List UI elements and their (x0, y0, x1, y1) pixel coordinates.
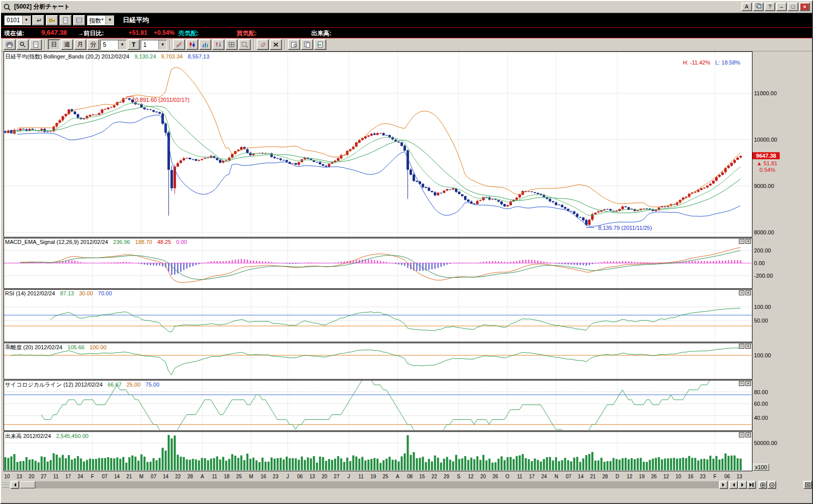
interval-value[interactable]: 5 (101, 40, 118, 49)
memo-button[interactable] (60, 15, 72, 26)
page-next-button[interactable] (738, 481, 747, 489)
chevron-down-icon[interactable]: ▼ (105, 16, 113, 25)
code-combobox[interactable]: 0101 ▼ (4, 15, 31, 25)
xaxis-label: 16 (261, 474, 267, 479)
copy-chart-button[interactable] (301, 39, 313, 50)
page-prev-button[interactable] (729, 481, 738, 489)
panel-box-button[interactable] (803, 481, 812, 489)
export-button[interactable] (314, 39, 326, 50)
print-preview-button[interactable] (288, 39, 300, 50)
xaxis-label: 10 (4, 474, 10, 479)
xaxis-label: 22 (175, 474, 181, 479)
chevron-down-icon[interactable]: ▼ (158, 40, 166, 49)
new-page-button[interactable] (30, 39, 42, 50)
current-price-value: 9,647.38 (41, 29, 67, 36)
instrument-name: 日経平均 (123, 16, 149, 25)
layout-button[interactable] (753, 3, 764, 11)
xaxis-label: N (554, 474, 558, 479)
chevron-down-icon[interactable]: ▼ (22, 16, 30, 25)
jump-end-button[interactable] (747, 481, 756, 489)
xaxis-label: 26 (651, 474, 657, 479)
price-axis-label: 10000.00 (754, 137, 777, 143)
enter-button[interactable] (32, 15, 44, 26)
page-icon (32, 41, 39, 48)
count-combobox[interactable]: 1 ▼ (141, 40, 167, 50)
price-tag-change: ▲ 51.81 (757, 160, 777, 166)
scroll-left-button[interactable] (11, 481, 19, 489)
grid-button[interactable] (225, 39, 238, 50)
rsi-minimize-button[interactable]: − (739, 290, 744, 295)
print-button[interactable] (4, 39, 16, 50)
key-button[interactable] (46, 15, 58, 26)
interval-combobox[interactable]: 5 ▼ (100, 40, 127, 50)
close-button[interactable]: × (799, 3, 810, 11)
deviation-minimize-button[interactable]: − (739, 344, 744, 349)
scroll-right-button[interactable] (719, 481, 728, 489)
xaxis-label: J (286, 474, 289, 479)
zoom-out-button[interactable] (768, 481, 776, 489)
bar-chart-style-button[interactable] (199, 39, 211, 50)
volume-close-button[interactable]: × (745, 432, 751, 437)
chart-canvas[interactable]: 10132027111724F071421M07142228A111825M16… (1, 51, 813, 481)
zoom-in-button[interactable] (759, 481, 767, 489)
category-combobox[interactable]: 指数* ▼ (87, 15, 114, 25)
deviation-close-button[interactable]: × (745, 344, 751, 349)
select-region-button[interactable] (239, 39, 251, 50)
code-input[interactable]: 0101 (5, 16, 22, 25)
xaxis-label: 10 (675, 474, 681, 479)
scroll-track[interactable] (20, 481, 719, 488)
xaxis-label: 28 (602, 474, 608, 479)
xaxis-label: O (505, 474, 509, 479)
period-minute-button[interactable]: 分 (87, 39, 99, 50)
macd-axis-label: 0.00 (754, 260, 765, 266)
period-day-button[interactable]: 日 (48, 39, 60, 50)
resize-grip[interactable] (2, 482, 9, 488)
change-value: +51.81 (129, 29, 147, 36)
xaxis-label: 20 (29, 474, 35, 479)
chevron-down-icon[interactable]: ▼ (118, 40, 126, 49)
xaxis-label: 06 (724, 474, 730, 479)
period-month-button[interactable]: 月 (74, 39, 86, 50)
help-button[interactable]: ? (765, 3, 775, 11)
zoom-in-icon (760, 482, 766, 488)
bid-label: 買気配: (237, 29, 257, 38)
psychological-minimize-button[interactable]: − (739, 381, 744, 386)
xaxis-label: 29 (444, 474, 450, 479)
macd-ema-value: 188.70 (135, 239, 152, 245)
deviation-panel-title: 乖離度 (20) 2012/02/24 (5, 344, 63, 350)
xaxis-label: 26 (492, 474, 498, 479)
delete-drawing-button[interactable] (270, 39, 282, 50)
candlestick-style-button[interactable] (186, 39, 198, 50)
count-value[interactable]: 1 (141, 40, 158, 49)
left-arrow-icon (731, 483, 735, 487)
xaxis-label: 07 (151, 474, 157, 479)
xaxis-label: F (91, 474, 94, 479)
t-button[interactable]: T (128, 39, 140, 50)
macd-signal-value: 48.25 (157, 239, 171, 245)
minimize-button[interactable]: – (776, 3, 787, 11)
price-axis-label: 9000.00 (754, 183, 774, 189)
rsi-close-button[interactable]: × (745, 290, 751, 295)
window-title: [5002] 分析チャート (14, 3, 70, 11)
macd-close-button[interactable]: × (745, 239, 751, 244)
magnifier-icon (19, 41, 26, 48)
psychological-close-button[interactable]: × (745, 381, 751, 386)
maximize-button[interactable]: □ (788, 3, 798, 11)
xaxis-label: 12 (663, 474, 669, 479)
volume-minimize-button[interactable]: − (739, 432, 744, 437)
macd-minimize-button[interactable]: − (739, 239, 744, 244)
period-week-button[interactable]: 週 (61, 39, 73, 50)
xaxis-label: 16 (688, 474, 694, 479)
eraser-button[interactable] (257, 39, 269, 50)
separator (284, 40, 285, 49)
trendline-button[interactable] (173, 39, 185, 50)
quote-bar: 現在値: 9,647.38 →前日比: +51.81 +0.54% 売気配: 買… (1, 27, 812, 38)
a-button[interactable]: A (741, 3, 752, 11)
category-value[interactable]: 指数* (87, 16, 106, 25)
scroll-thumb[interactable] (20, 481, 35, 488)
macd-zero-value: 0.00 (176, 239, 187, 245)
zoom-button[interactable] (17, 39, 29, 50)
updown-button[interactable] (212, 39, 224, 50)
list-button[interactable] (73, 15, 85, 26)
xaxis-label: 07 (102, 474, 108, 479)
